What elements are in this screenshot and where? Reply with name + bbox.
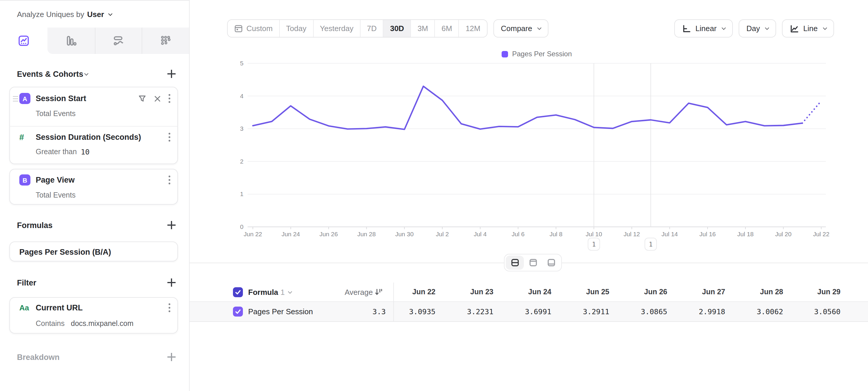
y-axis-label: 1 — [240, 191, 244, 197]
x-axis-label: Jul 4 — [474, 231, 487, 238]
tab-funnels[interactable] — [48, 28, 95, 54]
property-operator[interactable]: Greater than — [36, 148, 77, 156]
formula-card[interactable]: Pages Per Session (B/A) — [9, 242, 178, 261]
linear-axis-icon — [682, 24, 691, 33]
chevron-down-icon[interactable] — [84, 71, 88, 75]
series-average-value: 3.3 — [373, 307, 393, 316]
tab-flows[interactable] — [95, 28, 142, 54]
y-axis-label: 3 — [240, 125, 244, 132]
table-value-cell: 3.2911 — [558, 307, 616, 316]
table-date-header[interactable]: Jun 29 — [790, 288, 847, 296]
filter-title: Filter — [17, 278, 36, 287]
filter-header: Filter — [0, 275, 189, 290]
property-value[interactable]: 10 — [81, 147, 90, 156]
tab-retention[interactable] — [142, 28, 189, 54]
chart-legend[interactable]: Pages Per Session — [248, 49, 826, 59]
table-date-header[interactable]: Jun 28 — [732, 288, 790, 296]
range-yesterday[interactable]: Yesterday — [313, 20, 360, 37]
event-badge-a: A — [19, 93, 30, 104]
property-title[interactable]: Session Duration (Seconds) — [36, 133, 141, 142]
table-date-header[interactable]: Jun 25 — [558, 288, 616, 296]
chart-type-dropdown[interactable]: Line — [782, 19, 834, 37]
check-icon — [235, 308, 241, 315]
event-title[interactable]: Session Start — [36, 94, 86, 103]
kebab-menu-icon[interactable] — [168, 94, 170, 103]
table-date-header[interactable]: Jun 22 — [393, 288, 442, 296]
line-chart[interactable]: 01234511Jun 22Jun 24Jun 26Jun 28Jun 30Ju… — [190, 59, 868, 258]
add-formula-button[interactable] — [166, 219, 177, 231]
filter-property[interactable]: Current URL — [36, 303, 83, 312]
add-event-button[interactable] — [166, 68, 177, 80]
formula-name[interactable]: Pages Per Session (B/A) — [19, 248, 111, 256]
filter-card[interactable]: Aa Current URL Contains docs.mixpanel.co… — [9, 297, 178, 334]
close-icon[interactable] — [154, 95, 161, 102]
range-today[interactable]: Today — [279, 20, 313, 37]
table-date-header[interactable]: Jun 23 — [442, 288, 500, 296]
layout-split-button[interactable] — [506, 256, 524, 270]
range-custom[interactable]: Custom — [228, 20, 279, 37]
event-measure[interactable]: Total Events — [36, 110, 75, 118]
calendar-icon — [234, 24, 243, 33]
table-header-row: Formula 1 Average Jun 22Jun 23Jun 24Jun … — [190, 283, 868, 301]
event-measure[interactable]: Total Events — [36, 191, 75, 199]
filter-operator[interactable]: Contains — [36, 319, 65, 328]
add-filter-button[interactable] — [166, 277, 177, 288]
x-axis-label: Jul 2 — [436, 231, 448, 238]
event-card-page-view[interactable]: B Page View Total Events — [9, 169, 178, 204]
kebab-menu-icon[interactable] — [168, 303, 170, 312]
drag-handle-icon[interactable] — [13, 96, 18, 103]
kebab-menu-icon[interactable] — [168, 175, 170, 184]
filter-funnel-icon[interactable] — [138, 94, 146, 103]
analyze-value-dropdown[interactable]: User — [87, 10, 104, 19]
formula-group-number: 1 — [281, 287, 285, 296]
kebab-menu-icon[interactable] — [168, 133, 170, 142]
formula-group-label[interactable]: Formula — [248, 287, 278, 296]
table-column-separator — [393, 283, 394, 322]
add-breakdown-button[interactable] — [166, 351, 177, 363]
event-title[interactable]: Page View — [36, 175, 74, 184]
filter-value[interactable]: docs.mixpanel.com — [71, 319, 133, 328]
scale-dropdown[interactable]: Linear — [674, 19, 733, 37]
x-axis-label: Jul 8 — [550, 231, 562, 238]
chevron-down-icon — [108, 11, 113, 16]
table-date-header[interactable]: Jun 27 — [674, 288, 732, 296]
date-range-segmented-control: Custom Today Yesterday 7D 30D 3M 6M 12M — [227, 19, 488, 37]
range-30d[interactable]: 30D — [383, 20, 411, 37]
average-column-header[interactable]: Average — [345, 287, 373, 296]
table-value-cell: 3.6991 — [500, 307, 558, 316]
range-6m[interactable]: 6M — [435, 20, 459, 37]
mixpanel-insights-report: Analyze Uniques by User — [0, 0, 868, 391]
line-chart-icon — [790, 24, 799, 33]
series-line[interactable] — [253, 86, 802, 129]
table-date-header[interactable]: Jun 24 — [500, 288, 558, 296]
table-data-row[interactable]: Pages Per Session 3.3 3.09353.22313.6991… — [190, 301, 868, 322]
dots-grid-icon — [159, 35, 172, 47]
chart-toolbar: Custom Today Yesterday 7D 30D 3M 6M 12M … — [227, 19, 834, 37]
event-card-session-start[interactable]: A Session Start Total Events # Session D… — [9, 87, 178, 164]
layout-toggle-group — [504, 254, 562, 272]
analyze-label: Analyze Uniques by — [17, 10, 84, 19]
granularity-dropdown[interactable]: Day — [739, 19, 776, 37]
tab-insights[interactable] — [0, 28, 48, 54]
series-checkbox[interactable] — [233, 307, 243, 316]
table-value-cell: 2.9918 — [674, 307, 732, 316]
layout-chart-button[interactable] — [524, 256, 542, 270]
legend-label: Pages Per Session — [512, 50, 572, 58]
range-7d[interactable]: 7D — [360, 20, 383, 37]
events-cohorts-title: Events & Cohorts — [17, 69, 84, 78]
table-value-cell: 3.2231 — [442, 307, 500, 316]
sort-descending-icon[interactable] — [375, 288, 383, 296]
y-axis-label: 5 — [240, 60, 244, 66]
table-date-header[interactable]: Jun 26 — [616, 288, 674, 296]
x-axis-label: Jul 14 — [661, 231, 678, 238]
query-builder-panel: Analyze Uniques by User — [0, 0, 190, 391]
table-view-icon — [547, 258, 556, 267]
y-axis-label: 2 — [240, 158, 244, 165]
annotation-count: 1 — [649, 241, 653, 248]
range-12m[interactable]: 12M — [459, 20, 487, 37]
compare-button[interactable]: Compare — [493, 19, 549, 37]
select-all-checkbox[interactable] — [233, 287, 243, 297]
layout-table-button[interactable] — [542, 256, 560, 270]
chevron-down-icon[interactable] — [288, 289, 292, 294]
range-3m[interactable]: 3M — [411, 20, 435, 37]
